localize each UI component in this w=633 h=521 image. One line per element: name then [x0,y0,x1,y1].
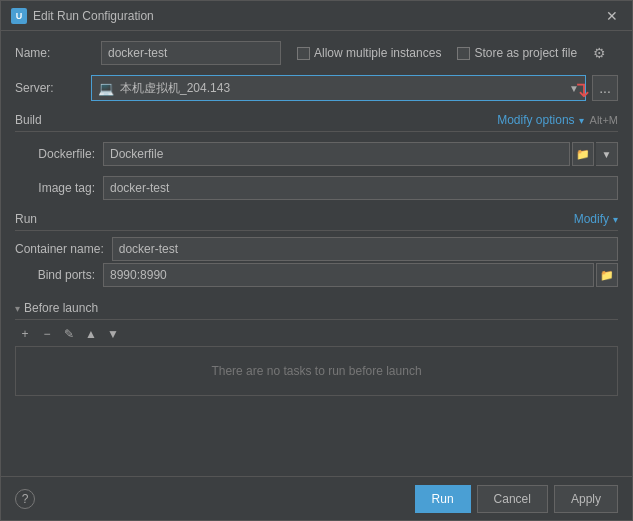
bind-ports-label: Bind ports: [15,268,95,282]
gear-icon[interactable]: ⚙ [593,45,606,61]
dockerfile-label: Dockerfile: [15,147,95,161]
title-bar-left: U Edit Run Configuration [11,8,154,24]
folder-icon: 📁 [576,148,590,161]
run-section-header: Run Modify ▾ [15,212,618,231]
move-up-button[interactable]: ▲ [81,324,101,344]
before-launch-title: Before launch [24,301,98,315]
name-input[interactable] [101,41,281,65]
footer-left: ? [15,489,35,509]
tasks-list: There are no tasks to run before launch [15,346,618,396]
modify-options-area: Modify options ▾ Alt+M [497,113,618,127]
bind-ports-input-wrap: 📁 [103,263,618,287]
bind-ports-browse-button[interactable]: 📁 [596,263,618,287]
image-tag-row: Image tag: [15,176,618,200]
server-dropdown-arrow: ▼ [569,83,579,94]
dockerfile-dropdown-button[interactable]: ▼ [596,142,618,166]
store-as-project-checkbox-label[interactable]: Store as project file [457,46,577,60]
edit-task-button[interactable]: ✎ [59,324,79,344]
run-section-title: Run [15,212,37,226]
tasks-placeholder: There are no tasks to run before launch [211,364,421,378]
container-name-input-wrap [112,237,618,261]
modify-chevron-icon: ▾ [579,115,584,126]
run-button[interactable]: Run [415,485,471,513]
server-dropdown-inner: 💻 本机虚拟机_204.143 [98,80,569,97]
remove-task-button[interactable]: − [37,324,57,344]
run-modify-link[interactable]: Modify ▾ [574,212,618,226]
footer: ? Run Cancel Apply [1,476,632,520]
app-icon: U [11,8,27,24]
before-launch-header: ▾ Before launch [15,301,618,320]
allow-multiple-checkbox-label[interactable]: Allow multiple instances [297,46,441,60]
store-as-project-checkbox[interactable] [457,47,470,60]
bind-ports-input[interactable] [103,263,594,287]
run-section: Run Modify ▾ Container name: Bind ports: [15,212,618,287]
edit-run-configuration-dialog: U Edit Run Configuration ✕ Name: Allow m… [0,0,633,521]
server-label: Server: [15,81,85,95]
collapse-icon[interactable]: ▾ [15,303,20,314]
move-down-button[interactable]: ▼ [103,324,123,344]
image-tag-label: Image tag: [15,181,95,195]
cancel-button[interactable]: Cancel [477,485,548,513]
server-area: Server: 💻 本机虚拟机_204.143 ▼ ... ↴ [15,75,618,101]
dockerfile-row: Dockerfile: 📁 ▼ [15,142,618,166]
container-name-label: Container name: [15,242,104,256]
allow-multiple-checkbox[interactable] [297,47,310,60]
build-section-title: Build [15,113,42,127]
image-tag-input[interactable] [103,176,618,200]
top-row: Name: Allow multiple instances Store as … [15,41,618,65]
dialog-title: Edit Run Configuration [33,9,154,23]
name-label: Name: [15,46,85,60]
folder-icon-2: 📁 [600,269,614,282]
container-name-row: Container name: [15,237,618,261]
footer-buttons: Run Cancel Apply [415,485,618,513]
help-button[interactable]: ? [15,489,35,509]
image-tag-input-wrap [103,176,618,200]
server-vm-icon: 💻 [98,81,114,96]
server-more-button[interactable]: ... [592,75,618,101]
close-button[interactable]: ✕ [602,6,622,26]
store-as-project-label: Store as project file [474,46,577,60]
dockerfile-browse-button[interactable]: 📁 [572,142,594,166]
allow-multiple-label: Allow multiple instances [314,46,441,60]
server-row: Server: 💻 本机虚拟机_204.143 ▼ ... [15,75,618,101]
bind-ports-row: Bind ports: 📁 [15,263,618,287]
dialog-content: Name: Allow multiple instances Store as … [1,31,632,476]
add-task-button[interactable]: + [15,324,35,344]
modify-shortcut: Alt+M [590,114,618,126]
modify-options-link[interactable]: Modify options ▾ [497,113,583,127]
before-launch-toolbar: + − ✎ ▲ ▼ [15,324,618,344]
title-bar: U Edit Run Configuration ✕ [1,1,632,31]
apply-button[interactable]: Apply [554,485,618,513]
container-name-input[interactable] [112,237,618,261]
build-section-header: Build Modify options ▾ Alt+M [15,113,618,132]
before-launch-section: ▾ Before launch + − ✎ ▲ ▼ There are no t… [15,301,618,396]
server-dropdown[interactable]: 💻 本机虚拟机_204.143 ▼ [91,75,586,101]
run-modify-chevron-icon: ▾ [613,214,618,225]
dockerfile-input-wrap: 📁 ▼ [103,142,618,166]
dockerfile-input[interactable] [103,142,570,166]
server-value: 本机虚拟机_204.143 [120,80,230,97]
